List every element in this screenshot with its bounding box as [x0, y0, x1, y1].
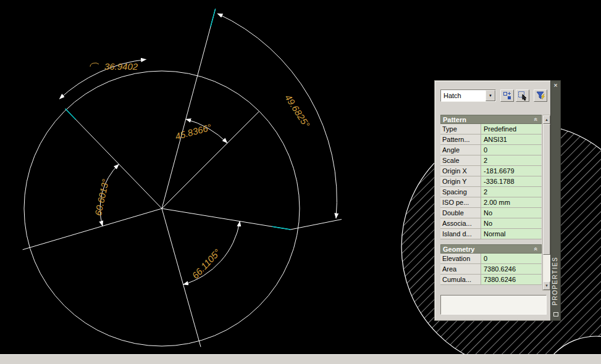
- palette-titlebar[interactable]: × PROPERTIES: [550, 80, 561, 321]
- property-value[interactable]: Predefined: [481, 124, 541, 134]
- table-row: Area 7380.6246: [440, 264, 542, 275]
- dropdown-arrow-icon[interactable]: ▼: [485, 90, 495, 101]
- section-header-geometry[interactable]: Geometry «: [440, 244, 542, 254]
- palette-toolbar: Hatch ▼: [440, 89, 547, 103]
- autocad-screen: 36.9402 49.6825° 45.8366° 60.6013° 66.11…: [0, 0, 601, 364]
- palette-title: PROPERTIES: [552, 236, 560, 305]
- table-row: Angle 0: [440, 145, 542, 155]
- property-label: Area: [440, 264, 481, 274]
- property-value[interactable]: 0: [481, 145, 541, 155]
- grip-highlight: [272, 226, 291, 230]
- property-value[interactable]: Normal: [481, 229, 541, 239]
- table-row: Type Predefined: [440, 124, 542, 134]
- property-value[interactable]: 0: [481, 254, 541, 263]
- property-value[interactable]: ANSI31: [481, 134, 541, 144]
- property-value[interactable]: -181.6679: [481, 166, 541, 176]
- property-label: Type: [440, 124, 481, 134]
- select-objects-icon: [518, 91, 527, 101]
- pickadd-toggle-icon: [502, 91, 512, 101]
- property-label: Cumula...: [440, 275, 481, 284]
- table-row: Associa... No: [440, 218, 542, 229]
- scrollbar-thumb[interactable]: [543, 124, 550, 255]
- description-box: [440, 295, 547, 315]
- collapse-chevron-icon[interactable]: «: [532, 116, 539, 123]
- section-header-pattern[interactable]: Pattern «: [440, 115, 542, 124]
- table-row: Origin X -181.6679: [440, 166, 542, 176]
- table-row: Spacing 2: [440, 187, 542, 197]
- scrollbar[interactable]: ▲ ▼: [542, 115, 551, 291]
- property-label: ISO pe...: [440, 197, 481, 207]
- table-row: Origin Y -336.1788: [440, 176, 542, 187]
- table-row: Scale 2: [440, 155, 542, 166]
- collapse-chevron-icon[interactable]: «: [532, 246, 539, 253]
- radial-line: [65, 109, 162, 209]
- properties-palette: Hatch ▼: [434, 80, 561, 321]
- dimension-labels: 36.9402 49.6825° 45.8366° 60.6013° 66.11…: [90, 61, 312, 281]
- property-label: Spacing: [440, 187, 481, 197]
- taskbar[interactable]: [0, 354, 601, 364]
- radial-line: [162, 209, 290, 230]
- close-icon[interactable]: ×: [552, 81, 560, 89]
- property-label: Island d...: [440, 229, 481, 239]
- dimension-label[interactable]: 49.6825°: [283, 93, 312, 130]
- pickadd-toggle-button[interactable]: [500, 89, 514, 102]
- dimension-label[interactable]: 36.9402: [104, 61, 138, 72]
- quick-select-icon: [536, 91, 545, 101]
- property-label: Elevation: [440, 254, 481, 263]
- extension-line: [290, 220, 342, 230]
- property-label: Origin X: [440, 166, 481, 176]
- section-title: Geometry: [443, 245, 532, 254]
- dimension-label[interactable]: 60.6013°: [93, 178, 111, 217]
- property-value[interactable]: 2: [481, 155, 541, 165]
- table-row: ISO pe... 2.00 mm: [440, 197, 542, 208]
- property-value[interactable]: No: [481, 218, 541, 228]
- property-label: Origin Y: [440, 176, 481, 186]
- property-label: Associa...: [440, 218, 481, 228]
- property-grid: Pattern « Type Predefined Pattern... ANS…: [440, 115, 542, 285]
- dimension-label[interactable]: 45.8366°: [174, 122, 213, 142]
- dimension-arc: [217, 14, 337, 218]
- section-title: Pattern: [443, 115, 532, 124]
- table-row: Elevation 0: [440, 254, 542, 264]
- dropdown-value: Hatch: [441, 92, 485, 99]
- quick-select-button[interactable]: [534, 89, 547, 102]
- scroll-up-button[interactable]: ▲: [543, 115, 550, 124]
- property-value[interactable]: -336.1788: [481, 176, 541, 186]
- property-value[interactable]: No: [481, 208, 541, 218]
- grip-highlight: [65, 109, 76, 119]
- property-label: Pattern...: [440, 134, 481, 144]
- table-row: Cumula... 7380.6246: [440, 275, 542, 285]
- property-label: Scale: [440, 155, 481, 165]
- dimension-label[interactable]: 66.1105°: [190, 247, 222, 281]
- palette-body: Hatch ▼: [434, 80, 550, 321]
- property-label: Double: [440, 208, 481, 218]
- object-type-dropdown[interactable]: Hatch ▼: [440, 89, 496, 102]
- property-value[interactable]: 7380.6246: [481, 275, 541, 284]
- table-row: Island d... Normal: [440, 229, 542, 239]
- table-row: Double No: [440, 208, 542, 218]
- sector-geometry: [23, 9, 342, 347]
- property-value[interactable]: 7380.6246: [481, 264, 541, 274]
- select-objects-button[interactable]: [516, 89, 529, 102]
- property-label: Angle: [440, 145, 481, 155]
- scroll-down-button[interactable]: ▼: [543, 281, 550, 290]
- property-value[interactable]: 2.00 mm: [481, 197, 541, 207]
- autohide-icon[interactable]: [553, 312, 558, 316]
- grip-highlight: [211, 9, 216, 27]
- property-value[interactable]: 2: [481, 187, 541, 197]
- arc-length-symbol-icon: [90, 63, 99, 67]
- radial-line: [162, 9, 216, 209]
- table-row: Pattern... ANSI31: [440, 134, 542, 145]
